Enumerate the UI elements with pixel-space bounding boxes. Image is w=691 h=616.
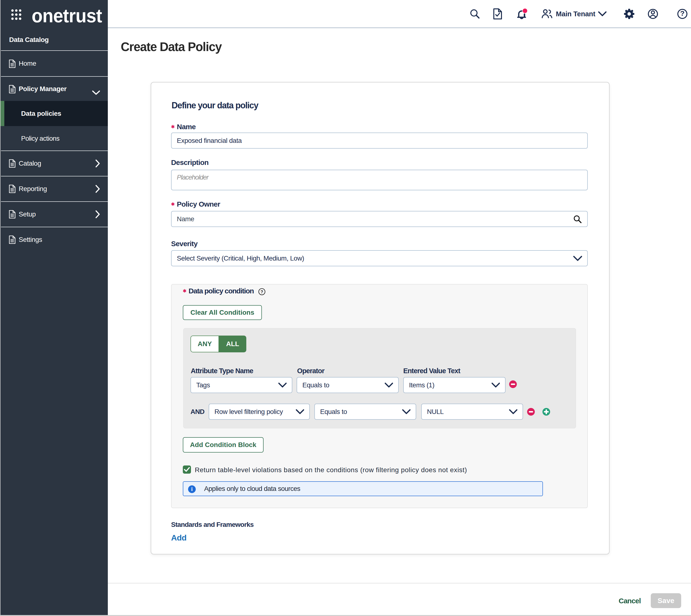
svg-text:?: ? <box>680 9 685 17</box>
svg-text:?: ? <box>261 289 263 294</box>
